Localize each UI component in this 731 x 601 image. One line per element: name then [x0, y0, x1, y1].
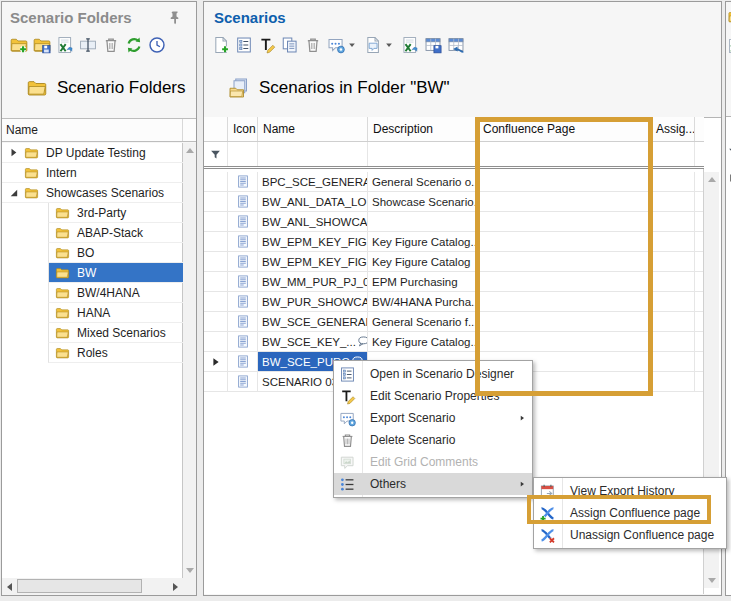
scenario-name-cell[interactable]: BW_EPM_KEY_FIG... [258, 252, 368, 272]
grid-save-icon[interactable] [424, 36, 442, 54]
new-scenario-icon[interactable] [212, 36, 230, 54]
table-filter-row[interactable] [204, 142, 704, 169]
confluence-page-cell[interactable] [478, 192, 651, 212]
filter-cell[interactable] [478, 142, 651, 166]
delete-icon[interactable] [102, 36, 120, 54]
menu-item-edit-scenario-properties[interactable]: Edit Scenario Properties [334, 385, 532, 407]
tree-item-3rd-party[interactable]: 3rd-Party [2, 203, 183, 223]
filter-cell[interactable] [368, 142, 478, 166]
scenario-name-cell[interactable]: BW_EPM_KEY_FIG... [258, 232, 368, 252]
save-folder-icon[interactable] [33, 36, 51, 54]
submenu-item-unassign-confluence-page[interactable]: Unassign Confluence page [534, 524, 726, 546]
table-row-bw-pur-showca[interactable]: BW_PUR_SHOWCA...BW/4HANA Purcha... [204, 292, 704, 312]
scenario-description-cell[interactable]: General Scenario o... [368, 172, 478, 192]
table-row-bw-sce-general[interactable]: BW_SCE_GENERAL...General Scenario f... [204, 312, 704, 332]
scenario-name-cell[interactable]: BW_ANL_DATA_LO... [258, 192, 368, 212]
assigned-cell[interactable] [651, 292, 695, 312]
assigned-cell[interactable] [651, 332, 695, 352]
scenario-description-cell[interactable]: Key Figure Catalog... [368, 332, 478, 352]
scenario-name-cell[interactable]: BW_MM_PUR_PJ_01 [258, 272, 368, 292]
comment-export-icon[interactable] [327, 36, 345, 54]
assigned-cell[interactable] [651, 352, 695, 372]
tree-item-showcases-scenarios[interactable]: Showcases Scenarios [2, 183, 183, 203]
column-header-confluence-page[interactable]: Confluence Page [478, 117, 651, 141]
excel-export-icon[interactable] [401, 36, 419, 54]
filter-cell[interactable] [228, 142, 258, 166]
scenario-description-cell[interactable]: EPM Purchasing [368, 272, 478, 292]
clock-icon[interactable] [148, 36, 166, 54]
delete-icon[interactable] [304, 36, 322, 54]
scenario-designer-icon[interactable] [235, 36, 253, 54]
menu-item-export-scenario[interactable]: Export Scenario [334, 407, 532, 429]
table-row-bw-epm-key-fig[interactable]: BW_EPM_KEY_FIG...Key Figure Catalog [204, 252, 704, 272]
tree-horizontal-scrollbar[interactable] [2, 578, 183, 595]
submenu-item-view-export-history[interactable]: View Export History [534, 480, 726, 502]
scroll-down-icon[interactable] [704, 573, 719, 588]
assigned-cell[interactable] [651, 212, 695, 232]
tree-vertical-scrollbar[interactable] [183, 143, 196, 578]
assigned-cell[interactable] [651, 312, 695, 332]
tree-item-bw[interactable]: BW [2, 263, 183, 283]
confluence-page-cell[interactable] [478, 232, 651, 252]
scenario-description-cell[interactable]: Key Figure Catalog [368, 252, 478, 272]
scenario-description-cell[interactable] [368, 212, 478, 232]
assigned-cell[interactable] [651, 232, 695, 252]
menu-item-delete-scenario[interactable]: Delete Scenario [334, 429, 532, 451]
copy-icon[interactable] [281, 36, 299, 54]
tree-item-mixed-scenarios[interactable]: Mixed Scenarios [2, 323, 183, 343]
column-header-name[interactable]: Name [258, 117, 368, 141]
tree-item-bo[interactable]: BO [2, 243, 183, 263]
table-row-bpc-sce-genera[interactable]: BPC_SCE_GENERA...General Scenario o... [204, 172, 704, 192]
menu-item-others[interactable]: Others [334, 473, 532, 495]
scenario-name-cell[interactable]: BW_ANL_SHOWCA... [258, 212, 368, 232]
scenario-name-cell[interactable]: BW_SCE_KEY_... [258, 332, 368, 352]
confluence-page-cell[interactable] [478, 272, 651, 292]
menu-item-open-in-scenario-designer[interactable]: Open in Scenario Designer [334, 363, 532, 385]
tree-item-roles[interactable]: Roles [2, 343, 183, 363]
scenario-name-cell[interactable]: BW_SCE_GENERAL... [258, 312, 368, 332]
rename-icon[interactable] [79, 36, 97, 54]
confluence-page-cell[interactable] [478, 292, 651, 312]
assigned-cell[interactable] [651, 252, 695, 272]
confluence-page-cell[interactable] [478, 172, 651, 192]
filter-cell[interactable] [258, 142, 368, 166]
confluence-page-cell[interactable] [478, 252, 651, 272]
tree-column-header-name[interactable]: Name [2, 118, 196, 142]
scroll-left-icon[interactable] [2, 578, 17, 595]
scroll-right-icon[interactable] [168, 578, 183, 595]
table-row-bw-anl-data-lo[interactable]: BW_ANL_DATA_LO...Showcase Scenario... [204, 192, 704, 212]
table-row-bw-mm-pur-pj-01[interactable]: BW_MM_PUR_PJ_01EPM Purchasing [204, 272, 704, 292]
table-row-bw-sce-key[interactable]: BW_SCE_KEY_...Key Figure Catalog... [204, 332, 704, 352]
scroll-down-icon[interactable] [183, 563, 196, 578]
submenu-item-assign-confluence-page[interactable]: Assign Confluence page [534, 502, 726, 524]
scroll-up-icon[interactable] [704, 172, 719, 187]
expander-collapsed-icon[interactable] [7, 146, 20, 159]
tree-item-dp-update-testing[interactable]: DP Update Testing [2, 143, 183, 163]
table-row-bw-anl-showca[interactable]: BW_ANL_SHOWCA... [204, 212, 704, 232]
scroll-up-icon[interactable] [183, 143, 196, 158]
column-header-icon[interactable]: Icon [228, 117, 258, 141]
new-folder-icon[interactable] [10, 36, 28, 54]
expander-expanded-icon[interactable] [7, 186, 20, 199]
dropdown-arrow-icon[interactable] [384, 40, 394, 50]
filter-cell[interactable] [695, 142, 704, 166]
filter-cell[interactable] [651, 142, 695, 166]
dropdown-arrow-icon[interactable] [347, 40, 357, 50]
confluence-page-cell[interactable] [478, 212, 651, 232]
grid-import-icon[interactable] [447, 36, 465, 54]
column-header-assig[interactable]: Assig... [651, 117, 695, 141]
assigned-cell[interactable] [651, 172, 695, 192]
assigned-cell[interactable] [651, 372, 695, 392]
tree-item-hana[interactable]: HANA [2, 303, 183, 323]
page-comment-icon[interactable] [364, 36, 382, 54]
scenario-description-cell[interactable]: Showcase Scenario... [368, 192, 478, 212]
confluence-page-cell[interactable] [478, 332, 651, 352]
table-row-bw-epm-key-fig[interactable]: BW_EPM_KEY_FIG...Key Figure Catalog... [204, 232, 704, 252]
scenario-description-cell[interactable]: Key Figure Catalog... [368, 232, 478, 252]
refresh-icon[interactable] [125, 36, 143, 54]
tree-item-bw-4hana[interactable]: BW/4HANA [2, 283, 183, 303]
scenario-name-cell[interactable]: BW_PUR_SHOWCA... [258, 292, 368, 312]
edit-properties-icon[interactable] [258, 36, 276, 54]
scenario-name-cell[interactable]: BPC_SCE_GENERA... [258, 172, 368, 192]
assigned-cell[interactable] [651, 192, 695, 212]
